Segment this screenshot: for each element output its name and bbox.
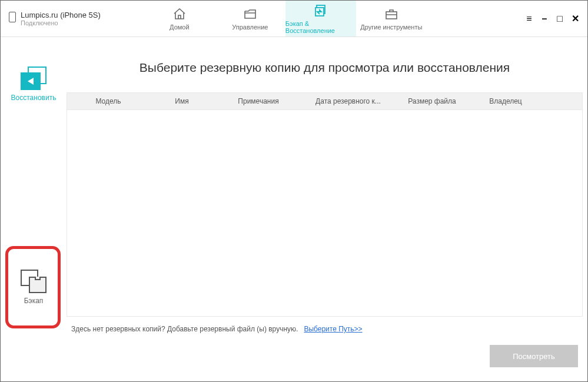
toolbox-icon (383, 7, 400, 21)
restore-icon (21, 67, 46, 90)
folder-icon (242, 7, 258, 21)
close-button[interactable]: ✕ (570, 14, 580, 24)
sidebar: Восстановить Бэкап (1, 37, 67, 381)
col-date[interactable]: Дата резервного к... (303, 97, 394, 105)
view-button[interactable]: Посмотреть (490, 345, 578, 367)
tab-home[interactable]: Домой (144, 1, 215, 36)
col-name[interactable]: Имя (150, 97, 214, 105)
sidebar-item-backup[interactable]: Бэкап (1, 246, 67, 328)
device-info: Lumpics.ru (iPhone 5S) Подключено (1, 4, 109, 34)
device-name: Lumpics.ru (iPhone 5S) (21, 11, 101, 19)
table-body (67, 110, 583, 317)
tab-label: Другие инструменты (360, 24, 422, 31)
main-panel: Выберите резервную копию для просмотра и… (67, 37, 587, 381)
phone-icon (9, 12, 16, 22)
tab-label: Бэкап & Восстановление (285, 20, 356, 34)
maximize-button[interactable]: □ (554, 14, 565, 24)
tab-manage[interactable]: Управление (215, 1, 285, 36)
titlebar: Lumpics.ru (iPhone 5S) Подключено Домой … (1, 1, 587, 37)
minimize-button[interactable]: – (539, 14, 550, 24)
sidebar-label: Бэкап (24, 297, 44, 305)
tab-label: Управление (232, 24, 268, 31)
choose-path-link[interactable]: Выберите Путь>> (304, 325, 362, 333)
empty-text: Здесь нет резервных копий? Добавьте резе… (71, 325, 298, 333)
svg-rect-2 (386, 12, 397, 19)
tab-backup-restore[interactable]: Бэкап & Восстановление (285, 1, 356, 36)
sidebar-label: Восстановить (11, 94, 57, 102)
col-notes[interactable]: Примечания (214, 97, 303, 105)
device-status: Подключено (21, 19, 101, 26)
col-model[interactable]: Модель (67, 97, 150, 105)
nav-tabs: Домой Управление Бэкап & Восстановление … (144, 1, 427, 36)
home-icon (171, 7, 188, 21)
menu-icon[interactable]: ≡ (524, 14, 534, 24)
tab-other[interactable]: Другие инструменты (356, 1, 427, 36)
empty-message: Здесь нет резервных копий? Добавьте резе… (71, 325, 583, 333)
backup-restore-icon (313, 4, 329, 18)
tab-label: Домой (170, 24, 190, 31)
backup-icon (21, 270, 46, 293)
window-controls: ≡ – □ ✕ (524, 14, 587, 24)
col-size[interactable]: Размер файла (394, 97, 470, 105)
page-title: Выберите резервную копию для просмотра и… (67, 61, 583, 75)
col-owner[interactable]: Владелец (470, 97, 541, 105)
table-header: Модель Имя Примечания Дата резервного к.… (67, 92, 583, 110)
sidebar-item-restore[interactable]: Восстановить (1, 55, 67, 114)
